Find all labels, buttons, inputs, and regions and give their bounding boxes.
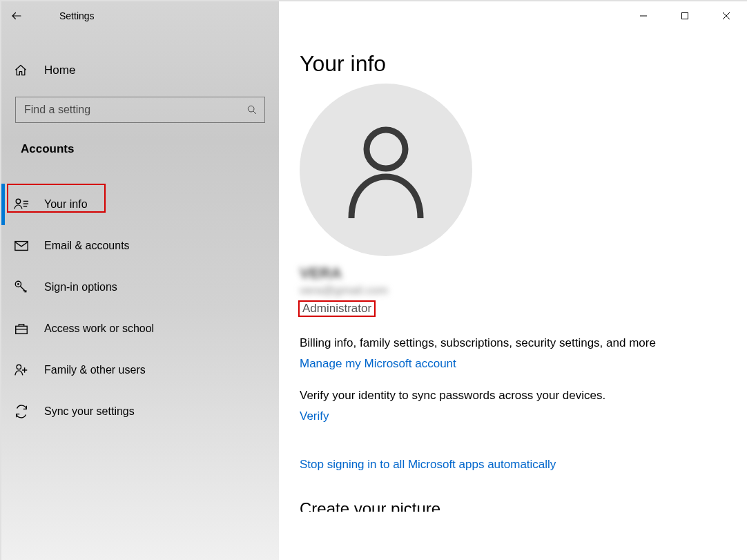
sidebar-item-label: Sign-in options — [44, 281, 117, 293]
svg-point-2 — [16, 199, 20, 203]
maximize-button[interactable] — [664, 1, 706, 30]
search-icon — [246, 104, 258, 115]
verify-identity-text: Verify your identity to sync passwords a… — [300, 389, 747, 403]
svg-line-1 — [253, 111, 256, 114]
svg-point-8 — [17, 283, 19, 285]
svg-rect-14 — [682, 13, 688, 19]
user-role: Administrator — [300, 300, 374, 316]
sidebar-item-sync-settings[interactable]: Sync your settings — [1, 391, 279, 432]
svg-point-0 — [248, 106, 254, 112]
close-icon — [722, 12, 730, 20]
manage-account-link[interactable]: Manage my Microsoft account — [300, 357, 456, 371]
sidebar-item-family-users[interactable]: Family & other users — [1, 349, 279, 391]
app-title: Settings — [59, 10, 95, 21]
sidebar-item-label: Sync your settings — [44, 405, 135, 418]
mail-icon — [14, 238, 29, 253]
minimize-button[interactable] — [623, 1, 664, 30]
your-info-icon — [14, 197, 29, 212]
sidebar-nav: Your info Email & accounts — [1, 184, 279, 432]
home-label: Home — [44, 64, 75, 77]
minimize-icon — [639, 12, 648, 20]
main-panel: Your info VERA vera@gmail.com Administra… — [279, 1, 747, 560]
content: Your info VERA vera@gmail.com Administra… — [279, 30, 747, 512]
search-input[interactable] — [23, 103, 246, 117]
sidebar-item-label: Family & other users — [44, 364, 146, 376]
billing-info-text: Billing info, family settings, subscript… — [300, 336, 747, 350]
svg-point-10 — [17, 365, 21, 369]
stop-signin-link[interactable]: Stop signing in to all Microsoft apps au… — [300, 458, 556, 472]
people-icon — [14, 363, 29, 378]
create-picture-heading: Create your picture — [300, 499, 747, 512]
key-icon — [14, 280, 29, 295]
briefcase-icon — [14, 321, 29, 336]
sidebar-section-title: Accounts — [21, 142, 279, 156]
sidebar-item-access-work-school[interactable]: Access work or school — [1, 308, 279, 349]
sidebar-item-label: Access work or school — [44, 322, 154, 335]
maximize-icon — [681, 12, 689, 20]
titlebar-left: Settings — [1, 1, 279, 30]
user-name: VERA — [300, 264, 747, 282]
close-button[interactable] — [706, 1, 747, 30]
sidebar-item-your-info[interactable]: Your info — [1, 184, 279, 225]
sidebar-item-label: Your info — [44, 198, 88, 211]
search-box[interactable] — [15, 97, 265, 123]
user-email: vera@gmail.com — [300, 284, 747, 298]
svg-rect-9 — [16, 326, 28, 334]
person-icon — [345, 122, 427, 218]
sync-icon — [14, 404, 29, 419]
svg-point-17 — [367, 130, 405, 168]
sidebar-item-signin-options[interactable]: Sign-in options — [1, 267, 279, 308]
window-controls — [279, 1, 747, 30]
user-avatar — [300, 84, 472, 256]
back-arrow-icon — [10, 10, 23, 22]
home-nav-item[interactable]: Home — [1, 52, 279, 88]
sidebar: Settings Home Accounts — [1, 1, 279, 560]
svg-rect-6 — [15, 242, 28, 251]
home-icon — [14, 64, 28, 77]
verify-link[interactable]: Verify — [300, 409, 329, 423]
sidebar-item-email-accounts[interactable]: Email & accounts — [1, 225, 279, 267]
sidebar-item-label: Email & accounts — [44, 240, 130, 252]
back-button[interactable] — [1, 1, 32, 30]
page-title: Your info — [300, 51, 747, 77]
